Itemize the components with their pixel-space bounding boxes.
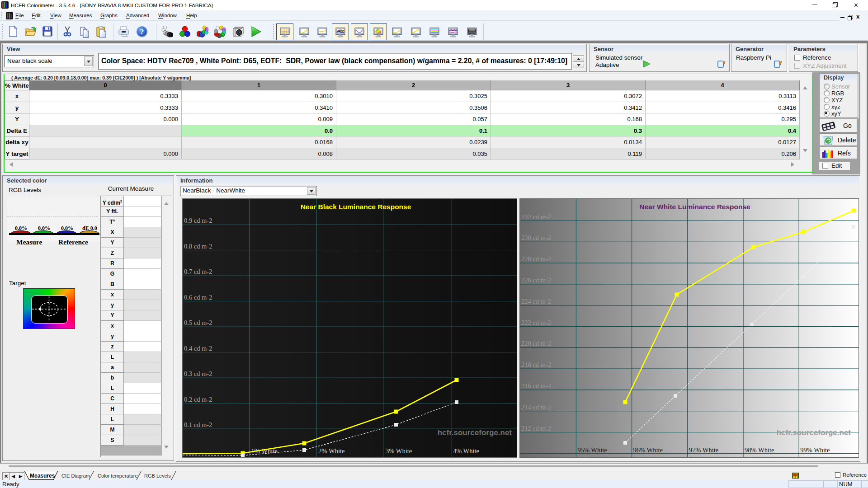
svg-text:224 cd m-2: 224 cd m-2 (521, 298, 551, 305)
svg-text:226 cd m-2: 226 cd m-2 (521, 277, 551, 284)
svg-text:212 cd m-2: 212 cd m-2 (521, 425, 551, 432)
svg-text:hcfr.sourceforge.net: hcfr.sourceforge.net (777, 428, 851, 437)
svg-text:222 cd m-2: 222 cd m-2 (521, 319, 551, 326)
svg-text:3% White: 3% White (386, 447, 412, 455)
svg-text:2% White: 2% White (318, 447, 344, 455)
svg-text:0.2 cd m-2: 0.2 cd m-2 (184, 396, 212, 403)
svg-text:0.6 cd m-2: 0.6 cd m-2 (184, 294, 212, 301)
svg-text:230 cd m-2: 230 cd m-2 (521, 234, 551, 241)
svg-text:96% White: 96% White (633, 446, 663, 454)
svg-text:220 cd m-2: 220 cd m-2 (521, 340, 551, 347)
svg-text:0.7 cd m-2: 0.7 cd m-2 (184, 268, 212, 275)
svg-text:0.5 cd m-2: 0.5 cd m-2 (184, 319, 212, 326)
svg-text:Near Black Luminance Response: Near Black Luminance Response (301, 203, 411, 211)
svg-text:228 cd m-2: 228 cd m-2 (521, 255, 551, 263)
svg-text:0.3 cd m-2: 0.3 cd m-2 (184, 370, 212, 377)
svg-text:Near White Luminance Response: Near White Luminance Response (639, 203, 750, 211)
svg-text:99% White: 99% White (800, 446, 830, 454)
svg-text:hcfr.sourceforge.net: hcfr.sourceforge.net (438, 428, 512, 437)
svg-text:216 cd m-2: 216 cd m-2 (521, 382, 551, 389)
svg-text:?: ? (140, 28, 144, 36)
svg-text:95% White: 95% White (577, 446, 607, 454)
svg-text:0.9 cd m-2: 0.9 cd m-2 (184, 217, 212, 224)
svg-text:97% White: 97% White (689, 446, 718, 454)
svg-text:232 cd m-2: 232 cd m-2 (521, 213, 551, 221)
svg-text:218 cd m-2: 218 cd m-2 (521, 361, 551, 368)
svg-text:214 cd m-2: 214 cd m-2 (521, 404, 551, 411)
svg-text:0.8 cd m-2: 0.8 cd m-2 (184, 243, 212, 250)
svg-text:4% White: 4% White (453, 447, 479, 455)
svg-text:0.1 cd m-2: 0.1 cd m-2 (184, 421, 212, 428)
svg-text:98% White: 98% White (745, 446, 774, 454)
svg-text:0.4 cd m-2: 0.4 cd m-2 (184, 345, 212, 352)
